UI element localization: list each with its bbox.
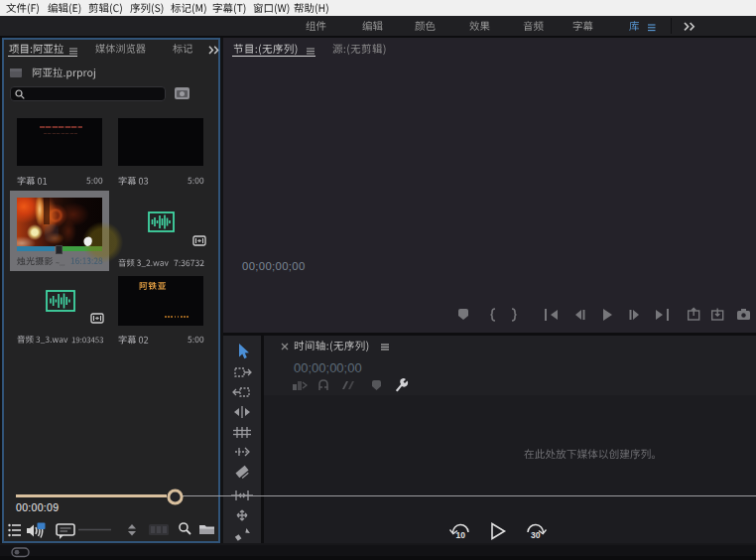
- svg-text:10: 10: [456, 530, 466, 540]
- svg-text:30: 30: [531, 530, 541, 540]
